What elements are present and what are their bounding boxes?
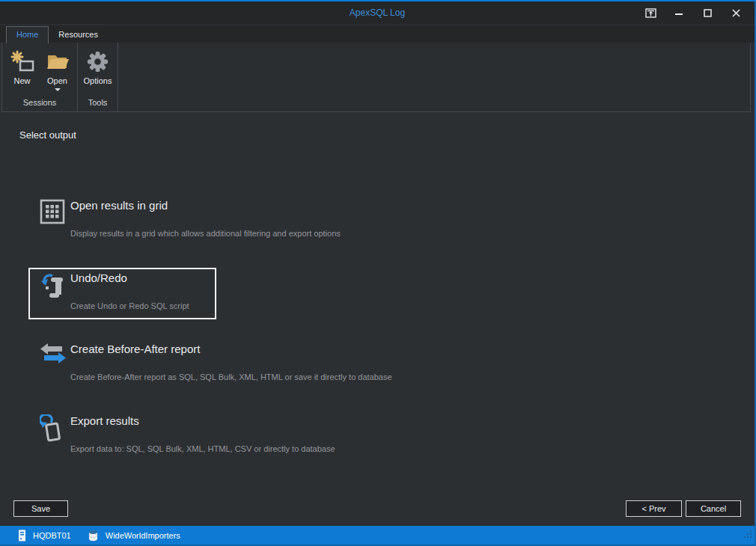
option-title: Create Before-After report [70,343,392,355]
server-icon [18,530,26,542]
database-name: WideWorldImporters [106,531,180,540]
option-description: Display results in a grid which allows a… [70,229,341,238]
option-title: Undo/Redo [70,272,189,284]
options-button-label: Options [84,76,112,85]
option-description: Create Before-After report as SQL, SQL B… [70,372,392,381]
pin-window-icon[interactable] [636,2,665,23]
minimize-button[interactable] [665,2,693,23]
option-description: Export data to: SQL, SQL Bulk, XML, HTML… [70,444,335,453]
ribbon-group-sessions: New Open Sessions [2,43,78,111]
new-button-label: New [13,76,30,85]
option-title: Export results [70,414,335,427]
option-export-results[interactable]: Export results Export data to: SQL, SQL … [40,414,335,453]
export-document-icon [40,414,67,443]
tab-resources[interactable]: Resources [49,27,108,43]
page-title: Select output [19,129,76,141]
title-bar: ApexSQL Log [0,1,755,24]
option-before-after-report[interactable]: Create Before-After report Create Before… [40,343,392,381]
option-title: Open results in grid [70,199,341,212]
cancel-button[interactable]: Cancel [686,500,741,517]
options-button[interactable]: Options [80,45,115,96]
open-dropdown-arrow-icon[interactable] [55,88,61,91]
ribbon-tab-bar: Home Resources [0,25,755,43]
open-folder-icon [45,49,70,74]
grid-icon [40,199,67,227]
option-undo-redo[interactable]: Undo/Redo Create Undo or Redo SQL script [40,272,189,310]
server-name: HQDBT01 [33,531,71,540]
status-bar: HQDBT01 WideWorldImporters [0,526,755,546]
ribbon: New Open Sessions [1,42,751,112]
server-status-item: HQDBT01 [18,530,71,542]
gear-icon [86,49,109,74]
window-title: ApexSQL Log [350,7,405,18]
prev-button[interactable]: < Prev [626,500,682,517]
tab-home[interactable]: Home [6,26,49,43]
database-icon [88,530,99,542]
window-controls [636,1,750,24]
ribbon-group-tools: Options Tools [78,43,118,111]
maximize-button[interactable] [693,2,722,23]
open-button-label: Open [47,76,67,85]
open-session-button[interactable]: Open [40,45,75,96]
option-open-results-in-grid[interactable]: Open results in grid Display results in … [40,199,341,238]
option-description: Create Undo or Redo SQL script [70,301,189,310]
ribbon-group-label-tools: Tools [80,96,115,111]
close-button[interactable] [722,2,750,23]
resize-grip[interactable] [744,528,752,542]
apexsql-log-window: ApexSQL Log [0,0,756,546]
undo-redo-script-icon [40,272,67,300]
database-status-item: WideWorldImporters [88,530,180,542]
save-button[interactable]: Save [13,500,68,517]
before-after-arrows-icon [40,343,67,371]
ribbon-group-label-sessions: Sessions [4,96,75,111]
new-session-icon [10,49,34,74]
new-session-button[interactable]: New [4,45,40,96]
